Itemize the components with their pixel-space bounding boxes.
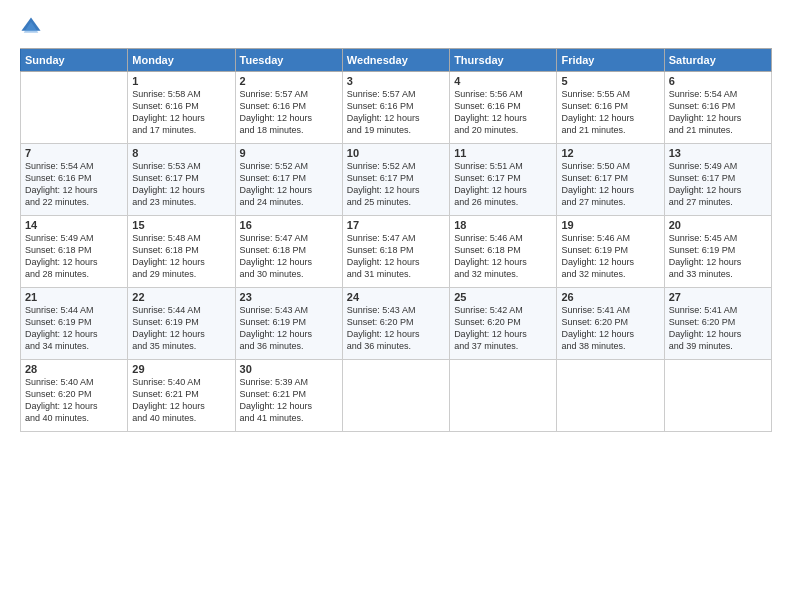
calendar-cell: [450, 360, 557, 432]
week-row-4: 21Sunrise: 5:44 AM Sunset: 6:19 PM Dayli…: [21, 288, 772, 360]
day-number: 2: [240, 75, 338, 87]
day-number: 26: [561, 291, 659, 303]
day-number: 29: [132, 363, 230, 375]
day-info: Sunrise: 5:41 AM Sunset: 6:20 PM Dayligh…: [561, 304, 659, 353]
calendar-cell: 29Sunrise: 5:40 AM Sunset: 6:21 PM Dayli…: [128, 360, 235, 432]
day-number: 4: [454, 75, 552, 87]
calendar-cell: 15Sunrise: 5:48 AM Sunset: 6:18 PM Dayli…: [128, 216, 235, 288]
day-info: Sunrise: 5:47 AM Sunset: 6:18 PM Dayligh…: [347, 232, 445, 281]
calendar-cell: [557, 360, 664, 432]
day-info: Sunrise: 5:40 AM Sunset: 6:21 PM Dayligh…: [132, 376, 230, 425]
day-number: 30: [240, 363, 338, 375]
day-number: 17: [347, 219, 445, 231]
calendar-cell: 22Sunrise: 5:44 AM Sunset: 6:19 PM Dayli…: [128, 288, 235, 360]
calendar-cell: 17Sunrise: 5:47 AM Sunset: 6:18 PM Dayli…: [342, 216, 449, 288]
day-info: Sunrise: 5:50 AM Sunset: 6:17 PM Dayligh…: [561, 160, 659, 209]
day-info: Sunrise: 5:57 AM Sunset: 6:16 PM Dayligh…: [240, 88, 338, 137]
calendar-cell: 8Sunrise: 5:53 AM Sunset: 6:17 PM Daylig…: [128, 144, 235, 216]
calendar-cell: 9Sunrise: 5:52 AM Sunset: 6:17 PM Daylig…: [235, 144, 342, 216]
day-number: 21: [25, 291, 123, 303]
day-info: Sunrise: 5:54 AM Sunset: 6:16 PM Dayligh…: [669, 88, 767, 137]
day-header-tuesday: Tuesday: [235, 49, 342, 72]
day-number: 5: [561, 75, 659, 87]
day-number: 14: [25, 219, 123, 231]
day-header-wednesday: Wednesday: [342, 49, 449, 72]
week-row-5: 28Sunrise: 5:40 AM Sunset: 6:20 PM Dayli…: [21, 360, 772, 432]
calendar-cell: 19Sunrise: 5:46 AM Sunset: 6:19 PM Dayli…: [557, 216, 664, 288]
calendar-cell: [342, 360, 449, 432]
calendar-cell: 3Sunrise: 5:57 AM Sunset: 6:16 PM Daylig…: [342, 72, 449, 144]
day-number: 23: [240, 291, 338, 303]
day-info: Sunrise: 5:42 AM Sunset: 6:20 PM Dayligh…: [454, 304, 552, 353]
calendar-cell: [664, 360, 771, 432]
calendar-cell: 4Sunrise: 5:56 AM Sunset: 6:16 PM Daylig…: [450, 72, 557, 144]
day-number: 11: [454, 147, 552, 159]
calendar-cell: 25Sunrise: 5:42 AM Sunset: 6:20 PM Dayli…: [450, 288, 557, 360]
day-header-saturday: Saturday: [664, 49, 771, 72]
week-row-2: 7Sunrise: 5:54 AM Sunset: 6:16 PM Daylig…: [21, 144, 772, 216]
header-row: SundayMondayTuesdayWednesdayThursdayFrid…: [21, 49, 772, 72]
calendar-cell: 24Sunrise: 5:43 AM Sunset: 6:20 PM Dayli…: [342, 288, 449, 360]
day-number: 25: [454, 291, 552, 303]
day-info: Sunrise: 5:49 AM Sunset: 6:18 PM Dayligh…: [25, 232, 123, 281]
calendar-cell: 26Sunrise: 5:41 AM Sunset: 6:20 PM Dayli…: [557, 288, 664, 360]
day-info: Sunrise: 5:49 AM Sunset: 6:17 PM Dayligh…: [669, 160, 767, 209]
day-number: 24: [347, 291, 445, 303]
day-number: 7: [25, 147, 123, 159]
day-info: Sunrise: 5:57 AM Sunset: 6:16 PM Dayligh…: [347, 88, 445, 137]
calendar-cell: 27Sunrise: 5:41 AM Sunset: 6:20 PM Dayli…: [664, 288, 771, 360]
day-info: Sunrise: 5:43 AM Sunset: 6:20 PM Dayligh…: [347, 304, 445, 353]
day-number: 9: [240, 147, 338, 159]
calendar-cell: 16Sunrise: 5:47 AM Sunset: 6:18 PM Dayli…: [235, 216, 342, 288]
calendar-cell: 7Sunrise: 5:54 AM Sunset: 6:16 PM Daylig…: [21, 144, 128, 216]
day-info: Sunrise: 5:53 AM Sunset: 6:17 PM Dayligh…: [132, 160, 230, 209]
calendar-cell: 14Sunrise: 5:49 AM Sunset: 6:18 PM Dayli…: [21, 216, 128, 288]
page: SundayMondayTuesdayWednesdayThursdayFrid…: [0, 0, 792, 612]
calendar-cell: 2Sunrise: 5:57 AM Sunset: 6:16 PM Daylig…: [235, 72, 342, 144]
day-info: Sunrise: 5:39 AM Sunset: 6:21 PM Dayligh…: [240, 376, 338, 425]
calendar-table: SundayMondayTuesdayWednesdayThursdayFrid…: [20, 48, 772, 432]
day-info: Sunrise: 5:46 AM Sunset: 6:19 PM Dayligh…: [561, 232, 659, 281]
day-number: 18: [454, 219, 552, 231]
calendar-cell: 18Sunrise: 5:46 AM Sunset: 6:18 PM Dayli…: [450, 216, 557, 288]
calendar-cell: 10Sunrise: 5:52 AM Sunset: 6:17 PM Dayli…: [342, 144, 449, 216]
day-info: Sunrise: 5:44 AM Sunset: 6:19 PM Dayligh…: [132, 304, 230, 353]
logo-icon: [20, 16, 42, 38]
day-info: Sunrise: 5:54 AM Sunset: 6:16 PM Dayligh…: [25, 160, 123, 209]
day-info: Sunrise: 5:41 AM Sunset: 6:20 PM Dayligh…: [669, 304, 767, 353]
day-info: Sunrise: 5:52 AM Sunset: 6:17 PM Dayligh…: [347, 160, 445, 209]
calendar-cell: 12Sunrise: 5:50 AM Sunset: 6:17 PM Dayli…: [557, 144, 664, 216]
day-number: 8: [132, 147, 230, 159]
calendar-cell: 11Sunrise: 5:51 AM Sunset: 6:17 PM Dayli…: [450, 144, 557, 216]
calendar-cell: 6Sunrise: 5:54 AM Sunset: 6:16 PM Daylig…: [664, 72, 771, 144]
week-row-1: 1Sunrise: 5:58 AM Sunset: 6:16 PM Daylig…: [21, 72, 772, 144]
calendar-cell: 21Sunrise: 5:44 AM Sunset: 6:19 PM Dayli…: [21, 288, 128, 360]
day-header-sunday: Sunday: [21, 49, 128, 72]
day-info: Sunrise: 5:55 AM Sunset: 6:16 PM Dayligh…: [561, 88, 659, 137]
week-row-3: 14Sunrise: 5:49 AM Sunset: 6:18 PM Dayli…: [21, 216, 772, 288]
day-number: 20: [669, 219, 767, 231]
day-info: Sunrise: 5:44 AM Sunset: 6:19 PM Dayligh…: [25, 304, 123, 353]
day-info: Sunrise: 5:45 AM Sunset: 6:19 PM Dayligh…: [669, 232, 767, 281]
day-number: 27: [669, 291, 767, 303]
day-number: 19: [561, 219, 659, 231]
day-number: 28: [25, 363, 123, 375]
day-number: 15: [132, 219, 230, 231]
day-info: Sunrise: 5:48 AM Sunset: 6:18 PM Dayligh…: [132, 232, 230, 281]
calendar-cell: 30Sunrise: 5:39 AM Sunset: 6:21 PM Dayli…: [235, 360, 342, 432]
day-number: 12: [561, 147, 659, 159]
day-info: Sunrise: 5:46 AM Sunset: 6:18 PM Dayligh…: [454, 232, 552, 281]
logo: [20, 16, 46, 38]
day-number: 16: [240, 219, 338, 231]
day-number: 1: [132, 75, 230, 87]
day-info: Sunrise: 5:47 AM Sunset: 6:18 PM Dayligh…: [240, 232, 338, 281]
day-info: Sunrise: 5:43 AM Sunset: 6:19 PM Dayligh…: [240, 304, 338, 353]
day-number: 22: [132, 291, 230, 303]
calendar-cell: 13Sunrise: 5:49 AM Sunset: 6:17 PM Dayli…: [664, 144, 771, 216]
day-info: Sunrise: 5:58 AM Sunset: 6:16 PM Dayligh…: [132, 88, 230, 137]
day-info: Sunrise: 5:51 AM Sunset: 6:17 PM Dayligh…: [454, 160, 552, 209]
day-info: Sunrise: 5:52 AM Sunset: 6:17 PM Dayligh…: [240, 160, 338, 209]
calendar-cell: [21, 72, 128, 144]
day-info: Sunrise: 5:40 AM Sunset: 6:20 PM Dayligh…: [25, 376, 123, 425]
calendar-cell: 23Sunrise: 5:43 AM Sunset: 6:19 PM Dayli…: [235, 288, 342, 360]
